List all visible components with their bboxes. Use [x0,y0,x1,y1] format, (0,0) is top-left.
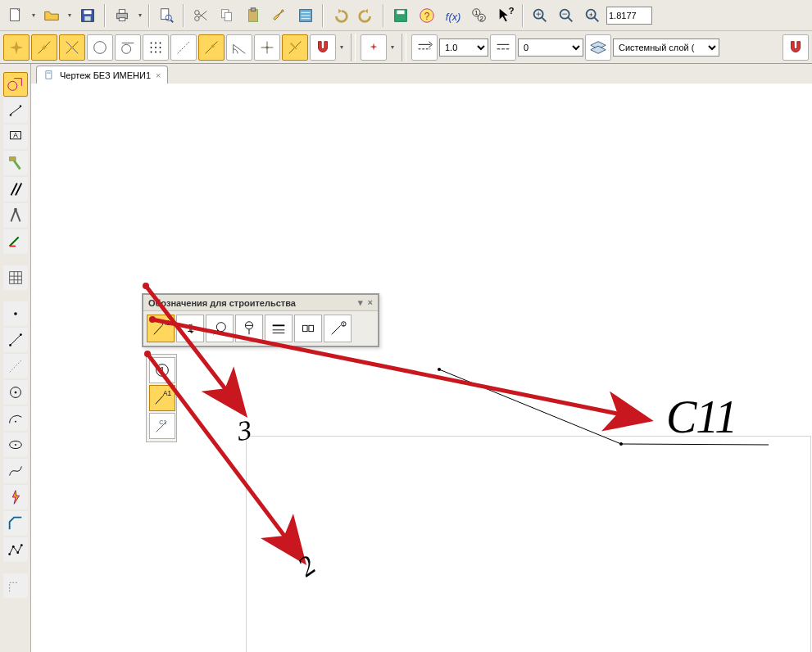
new-file-button[interactable] [3,3,28,28]
paste-button[interactable] [241,3,265,28]
open-file-dropdown[interactable] [66,3,74,28]
segment-icon [7,331,25,349]
snap-mid-button[interactable] [31,34,57,61]
svg-point-99 [14,392,16,394]
tab-close-button[interactable]: × [156,70,161,80]
text-tool-button[interactable]: A [3,125,28,149]
zoom-out-button[interactable] [554,3,578,28]
format-painter-button[interactable] [267,3,292,28]
flyout-option-1[interactable]: 1 [149,357,175,383]
properties-button[interactable] [293,3,318,28]
node-icon [211,319,229,337]
segment-tool-button[interactable] [3,328,28,352]
circle-tool-button[interactable] [3,380,28,405]
line-style-icon [494,38,512,57]
snap-magnet-dropdown[interactable] [338,35,346,60]
snap-angle-button[interactable] [226,34,252,61]
layer-select[interactable]: Системный слой ( [613,38,719,57]
snap-extra-dropdown[interactable] [388,35,397,60]
svg-line-113 [214,330,219,335]
svg-point-60 [179,49,181,51]
mark-a1-button[interactable]: A1 [147,315,175,342]
mark-leader-button[interactable]: 1 [324,315,352,342]
ellipse-tool-button[interactable] [3,432,28,457]
flyout-option-a1[interactable]: A1 [149,385,175,411]
open-file-button[interactable] [39,3,64,28]
svg-point-55 [160,47,161,48]
layers-button[interactable] [585,34,611,61]
redo-button[interactable] [354,3,379,28]
panel-close-button[interactable]: × [368,297,373,308]
point-tool-button[interactable] [3,301,28,326]
snap-magnet2-button[interactable] [783,34,809,61]
svg-text:f(x): f(x) [446,10,461,22]
cut-button[interactable] [188,3,213,28]
polyline-tool-button[interactable] [3,537,28,562]
snap-center-button[interactable] [254,34,280,61]
paste-icon [244,7,262,25]
flyout-option-c1[interactable]: C1 [149,413,175,439]
corner-tool-button[interactable] [3,573,28,598]
new-file-dropdown[interactable] [29,3,38,28]
snap-perp-button[interactable] [282,34,308,61]
param-tool-button[interactable] [3,177,28,201]
spline-icon [7,462,25,480]
arc-icon [7,410,25,428]
line-style-button[interactable] [490,34,516,61]
angle-icon [230,38,248,57]
mark-node-button[interactable] [206,315,234,342]
wizard-button[interactable]: ? [415,3,439,28]
drawing-canvas[interactable]: Обозначения для строительства ▾ × A1 1 1… [31,84,812,652]
arc-tool-button[interactable] [3,406,28,431]
library-button[interactable] [388,3,413,28]
svg-text:A1: A1 [162,319,170,327]
fx-button[interactable]: f(x) [441,3,465,28]
snap-guide-button[interactable] [170,34,197,61]
aux-line-tool-button[interactable] [3,354,28,378]
snap-grid-button[interactable] [143,34,169,61]
undo-button[interactable] [328,3,352,28]
snap-extra-button[interactable] [361,34,387,61]
snap-intersection-button[interactable] [59,34,85,61]
print-button[interactable] [110,3,134,28]
mark-number-button[interactable]: 1 [176,315,204,342]
document-tab[interactable]: Чертеж БЕЗ ИМЕНИ1 × [36,66,168,84]
drawing-frame [246,436,811,652]
zoom-scale-button[interactable]: ± [580,3,605,28]
svg-point-100 [15,421,16,423]
snap-near-button[interactable] [198,34,225,61]
svg-point-95 [9,344,11,346]
spline-tool-button[interactable] [3,459,28,483]
zoom-in-button[interactable] [528,3,552,28]
annotate-tool-button[interactable] [3,229,28,254]
snap-magnet-button[interactable] [310,34,336,61]
compass-tool-button[interactable] [3,203,28,228]
line-style-select[interactable]: 0 [518,38,583,57]
line-width-select[interactable]: 1.0 [439,38,488,57]
snap-circle-button[interactable] [87,34,113,61]
linetype-button[interactable] [411,34,438,61]
snap-endpoint-button[interactable] [3,34,29,61]
print-preview-button[interactable] [154,3,179,28]
panel-titlebar[interactable]: Обозначения для строительства ▾ × [143,295,378,311]
snap-tangent-button[interactable] [115,34,141,61]
bolt-tool-button[interactable] [3,485,28,509]
copy-button[interactable] [215,3,239,28]
mark-section-button[interactable] [265,315,293,342]
print-dropdown[interactable] [136,3,144,28]
enumerate-button[interactable]: 12 [467,3,492,28]
whats-this-button[interactable]: ? [493,3,518,28]
mark-opening-button[interactable] [294,315,322,342]
chamfer-tool-button[interactable] [3,511,28,536]
open-folder-icon [43,7,61,25]
dimension-tool-button[interactable] [3,98,28,123]
zoom-value-input[interactable] [606,7,652,25]
zoom-in-icon [531,7,549,25]
panel-minimize-button[interactable]: ▾ [358,297,363,308]
geometry-tool-button[interactable] [3,72,28,97]
mark-level-button[interactable] [235,315,263,342]
list-icon [297,7,315,25]
save-button[interactable] [75,3,100,28]
table-tool-button[interactable] [3,265,28,290]
edit-tool-button[interactable] [3,151,28,175]
